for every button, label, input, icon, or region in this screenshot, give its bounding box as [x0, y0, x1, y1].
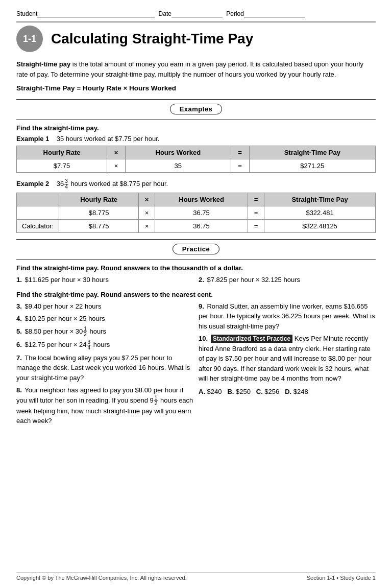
- example1-row: $7.75 × 35 = $271.25: [17, 159, 376, 173]
- practice-col-1: 1. $11.625 per hour × 30 hours: [16, 275, 193, 288]
- practice-item-10: 10. Standardized Test Practice Keys Per …: [199, 334, 376, 384]
- example1-table: Hourly Rate × Hours Worked = Straight-Ti…: [16, 146, 376, 173]
- col-stp: Straight-Time Pay: [249, 146, 375, 159]
- example2-row2: Calculator: $8.775 × 36.75 = $322.48125: [17, 220, 376, 233]
- ex2-calc-label: Calculator:: [17, 220, 59, 233]
- col-times2: ×: [139, 193, 155, 206]
- practice-item-5: 5. $8.50 per hour × 3012 hours: [16, 326, 193, 337]
- practice-item-6: 6. $12.75 per hour × 2434 hours: [16, 340, 193, 350]
- practice-item-10-answers: A. $240 B. $250 C. $256 D. $248: [199, 387, 376, 397]
- col-hours-worked: Hours Worked: [126, 146, 231, 159]
- formula-line: Straight-Time Pay = Hourly Rate × Hours …: [16, 84, 376, 92]
- ex1-equals: =: [231, 159, 249, 173]
- main-title: Calculating Straight-Time Pay: [51, 31, 253, 47]
- practice-problems-1-2: 1. $11.625 per hour × 30 hours 2. $7.825…: [16, 275, 376, 288]
- col-equals2: =: [248, 193, 264, 206]
- ex1-stp: $271.25: [249, 159, 375, 173]
- footer: Copyright © by The McGraw-Hill Companies…: [16, 572, 376, 581]
- header: Student Date Period: [16, 9, 376, 17]
- stp-badge: Standardized Test Practice: [211, 335, 293, 343]
- date-label: Date: [159, 10, 172, 17]
- col-equals1: =: [231, 146, 249, 159]
- practice-problems-3-10: 3. $9.40 per hour × 22 hours 4. $10.25 p…: [16, 301, 376, 429]
- ex2-times2: ×: [139, 220, 155, 233]
- ex2-equals2: =: [248, 220, 264, 233]
- practice-item-3: 3. $9.40 per hour × 22 hours: [16, 301, 193, 312]
- ex2-hourly2: $8.775: [59, 220, 139, 233]
- practice-item-8: 8. Your neighbor has agreed to pay you $…: [16, 385, 193, 426]
- example2-table: Hourly Rate × Hours Worked = Straight-Ti…: [16, 193, 376, 233]
- col-times1: ×: [107, 146, 126, 159]
- examples-label: Examples: [16, 104, 376, 114]
- find-heading: Find the straight-time pay.: [16, 124, 376, 132]
- ex2-stp2: $322.48125: [264, 220, 376, 233]
- practice-item-2: 2. $7.825 per hour × 32.125 hours: [199, 275, 376, 285]
- practice-label: Practice: [16, 244, 376, 254]
- practice-heading1: Find the straight-time pay. Round answer…: [16, 264, 376, 272]
- student-label: Student: [16, 10, 37, 17]
- title-block: 1-1 Calculating Straight-Time Pay: [16, 21, 376, 52]
- practice-item-1: 1. $11.625 per hour × 30 hours: [16, 275, 193, 285]
- example2-row1: $8.775 × 36.75 = $322.481: [17, 206, 376, 220]
- example1-label: Example 1 35 hours worked at $7.75 per h…: [16, 135, 376, 143]
- practice-item-4: 4. $10.25 per hour × 25 hours: [16, 314, 193, 324]
- ex2-hours2: 36.75: [155, 220, 248, 233]
- ex1-hours: 35: [126, 159, 231, 173]
- ex2-equals1: =: [248, 206, 264, 220]
- practice-right-col: 9. Ronald Sutter, an assembly line worke…: [199, 301, 376, 400]
- ex2-hours1: 36.75: [155, 206, 248, 220]
- footer-copyright: Copyright © by The McGraw-Hill Companies…: [16, 575, 187, 581]
- col-stp2: Straight-Time Pay: [264, 193, 376, 206]
- ex2-hourly1: $8.775: [59, 206, 139, 220]
- ex2-times1: ×: [139, 206, 155, 220]
- example2-label: Example 2 3634 hours worked at $8.775 pe…: [16, 179, 376, 190]
- practice-heading2: Find the straight-time pay. Round answer…: [16, 291, 376, 298]
- practice-section: Practice Find the straight-time pay. Rou…: [16, 239, 376, 429]
- section-badge: 1-1: [16, 26, 43, 52]
- col-hours-worked2: Hours Worked: [155, 193, 248, 206]
- practice-item-7: 7. The local bowling alley pays you $7.2…: [16, 353, 193, 383]
- col-label-empty: [17, 193, 59, 206]
- footer-section: Section 1-1 • Study Guide 1: [307, 575, 376, 581]
- ex1-hourly: $7.75: [17, 159, 107, 173]
- col-hourly-rate2: Hourly Rate: [59, 193, 139, 206]
- practice-col-2: 2. $7.825 per hour × 32.125 hours: [199, 275, 376, 288]
- practice-left-col: 3. $9.40 per hour × 22 hours 4. $10.25 p…: [16, 301, 193, 429]
- ex2-stp1: $322.481: [264, 206, 376, 220]
- page: Student Date Period 1-1 Calculating Stra…: [0, 0, 392, 587]
- ex2-empty1: [17, 206, 59, 220]
- intro-paragraph: Straight-time pay is the total amount of…: [16, 59, 376, 79]
- ex1-times: ×: [107, 159, 126, 173]
- period-label: Period: [226, 10, 244, 17]
- practice-item-9: 9. Ronald Sutter, an assembly line worke…: [199, 301, 376, 332]
- col-hourly-rate: Hourly Rate: [17, 146, 107, 159]
